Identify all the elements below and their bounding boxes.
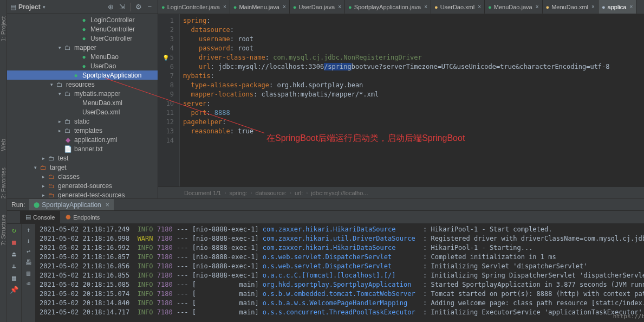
tree-item[interactable]: ▸🗀generated-test-sources	[7, 190, 158, 198]
run-label: Run:	[7, 201, 29, 209]
tree-item[interactable]: UserDao.xml	[7, 107, 158, 117]
left-toolwindow-bar: 1: Project Web 2: Favorites 7: Structure	[0, 0, 7, 322]
console-icon: ▤	[25, 214, 31, 221]
console-logs[interactable]: CX 创新互联2021-05-02 21:18:17.249 INFO 7180…	[35, 224, 644, 322]
tree-item[interactable]: ◆application.yml	[7, 135, 158, 144]
scroll-icon[interactable]: ▤	[27, 269, 30, 277]
close-icon[interactable]: ×	[106, 201, 109, 209]
editor-tab[interactable]: ●MenuDao.java×	[485, 0, 542, 14]
editor-tab[interactable]: ●SportplayApplication.java×	[345, 0, 431, 14]
layout-icon[interactable]: ▦	[10, 274, 18, 282]
print-icon[interactable]: 🖶	[25, 259, 32, 266]
gear-icon[interactable]: ⚙	[135, 3, 142, 11]
tool-project-tab[interactable]: 1: Project	[0, 16, 6, 41]
spring-icon: ⬤	[34, 202, 40, 208]
tree-item[interactable]: 📄banner.txt	[7, 144, 158, 153]
console-tab-label: Console	[33, 214, 55, 221]
pin-icon[interactable]: 📌	[10, 286, 18, 294]
endpoints-tab[interactable]: ⬣ Endpoints	[60, 211, 105, 223]
clear-icon[interactable]: ⌫	[27, 280, 30, 288]
endpoints-icon: ⬣	[66, 214, 71, 221]
wrap-icon[interactable]: ↩	[27, 248, 30, 255]
run-config-tab[interactable]: ⬤ SportplayApplication ×	[29, 199, 113, 210]
exit-icon[interactable]: ⏏	[10, 250, 18, 259]
editor-tab[interactable]: ●applica×	[599, 0, 636, 14]
tree-item[interactable]: ●UserController	[7, 34, 158, 43]
chevron-down-icon[interactable]: ▾	[43, 4, 45, 10]
tree-item[interactable]: MenuDao.xml	[7, 98, 158, 107]
tree-item[interactable]: ▸🗀generated-sources	[7, 181, 158, 190]
project-panel: ▤ Project ▾ ⊕ ⇲ ⚙ − ●LoginController●Men…	[7, 0, 158, 198]
tree-item[interactable]: ▾🗀mybatis.mapper	[7, 89, 158, 98]
tool-web-tab[interactable]: Web	[0, 139, 6, 151]
editor-tab[interactable]: ●UserDao.java×	[290, 0, 345, 14]
tree-item[interactable]: ●UserDao	[7, 61, 158, 70]
editor-area: ●LoginController.java×●MainMenu.java×●Us…	[158, 0, 644, 198]
rerun-icon[interactable]: ↻	[10, 226, 18, 235]
tree-item[interactable]: ▸🗀test	[7, 153, 158, 163]
editor-tab-bar: ●LoginController.java×●MainMenu.java×●Us…	[158, 0, 644, 14]
code-area[interactable]: spring: datasource: username: root passw…	[180, 14, 644, 186]
tool-struct-tab[interactable]: 7: Structure	[0, 215, 6, 246]
editor-tab[interactable]: ●LoginController.java×	[158, 0, 230, 14]
stop-icon[interactable]: ■	[10, 238, 18, 247]
run-left-toolbar: ↻ ■ ⏏ ⇊ ▦ 📌	[7, 224, 21, 322]
tree-item[interactable]: ▾🗀resources	[7, 80, 158, 89]
hide-icon[interactable]: −	[147, 3, 152, 11]
tree-item[interactable]: ▾🗀target	[7, 163, 158, 172]
tree-item[interactable]: ●MenuController	[7, 24, 158, 34]
up-icon[interactable]: ↑	[27, 226, 30, 234]
project-panel-header: ▤ Project ▾ ⊕ ⇲ ⚙ −	[7, 0, 158, 14]
tree-item[interactable]: ▸🗀templates	[7, 126, 158, 135]
tree-item[interactable]: ▸🗀classes	[7, 172, 158, 181]
attach-icon[interactable]: ⇊	[10, 262, 18, 271]
tree-item[interactable]: ▸🗀static	[7, 117, 158, 126]
tree-item[interactable]: ●SportplayApplication	[7, 70, 158, 80]
console-tab-bar: ▤ Console ⬣ Endpoints	[7, 211, 644, 224]
editor-tab[interactable]: ●MainMenu.java×	[230, 0, 290, 14]
endpoints-tab-label: Endpoints	[73, 214, 100, 221]
annotation-text: 在SpringBoot后端运行启动类，启动后端SpringBoot	[266, 133, 465, 143]
folder-icon: ▤	[10, 3, 16, 11]
target-icon[interactable]: ⊕	[108, 3, 114, 11]
breadcrumb[interactable]: Document 1/1›spring:›datasource:›url:›jd…	[158, 186, 644, 198]
editor-tab[interactable]: ●UserDao.xml×	[431, 0, 485, 14]
expand-icon[interactable]: ⇲	[119, 3, 125, 11]
console-tab[interactable]: ▤ Console	[20, 211, 60, 223]
tool-fav-tab[interactable]: 2: Favorites	[0, 168, 6, 198]
editor-body[interactable]: 1234💡567891011121314 spring: datasource:…	[158, 14, 644, 186]
run-left-toolbar2: ↑ ↓ ↩ 🖶 ▤ ⌫	[21, 224, 35, 322]
tree-item[interactable]: ●MenuDao	[7, 52, 158, 61]
project-title[interactable]: Project	[18, 3, 41, 11]
down-icon[interactable]: ↓	[27, 237, 30, 244]
tree-item[interactable]: ▾🗀mapper	[7, 43, 158, 52]
editor-tab[interactable]: ●MenuDao.xml×	[543, 0, 599, 14]
run-toolwindow-header: Run: ⬤ SportplayApplication ×	[7, 199, 644, 211]
run-config-label: SportplayApplication	[42, 201, 101, 209]
project-tree[interactable]: ●LoginController●MenuController●UserCont…	[7, 14, 158, 198]
watermark-text-2: https://blog.csdn.net/q	[613, 312, 644, 321]
tree-item[interactable]: ●LoginController	[7, 15, 158, 24]
